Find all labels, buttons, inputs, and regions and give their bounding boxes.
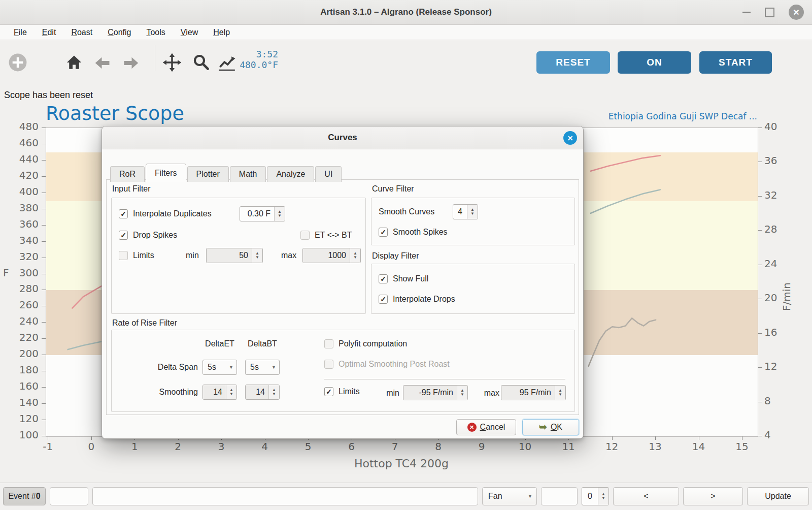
ror-max-label: max xyxy=(478,389,499,398)
tick-label: 11 xyxy=(556,440,581,453)
tick-mark xyxy=(758,299,762,299)
menu-view[interactable]: View xyxy=(173,25,206,40)
pan-button[interactable] xyxy=(162,53,182,72)
prev-event-button[interactable]: < xyxy=(613,487,679,505)
dialog-close-icon[interactable]: ✕ xyxy=(563,131,577,145)
home-button[interactable] xyxy=(65,53,83,72)
tab-math[interactable]: Math xyxy=(230,166,266,182)
spin-arrows-icon[interactable]: ▲▼ xyxy=(457,386,467,400)
input-max-spinner[interactable]: 1000 ▲▼ xyxy=(302,248,361,263)
event-extra-input[interactable] xyxy=(541,487,578,505)
tick-label: 3 xyxy=(209,440,234,453)
minimize-icon[interactable] xyxy=(742,12,751,13)
event-button[interactable]: Event #0 xyxy=(3,487,46,505)
duplicates-gap-spinner[interactable]: 0.30 F ▲▼ xyxy=(240,206,285,221)
delta-span-bt-combo[interactable]: 5s ▼ xyxy=(245,360,280,375)
menu-bar: FileEditRoastConfigToolsViewHelp xyxy=(0,25,812,40)
display-filter-group: ✓ Show Full ✓ Interpolate Drops xyxy=(371,264,575,314)
spin-arrows-icon[interactable]: ▲▼ xyxy=(467,205,478,219)
smooth-curves-label: Smooth Curves xyxy=(379,207,434,216)
delta-span-et-combo[interactable]: 5s ▼ xyxy=(202,360,237,375)
back-button[interactable] xyxy=(93,54,112,72)
curve-filter-group: Smooth Curves 4 ▲▼ ✓ Smooth Spikes xyxy=(371,198,575,245)
chart-title: Roaster Scope xyxy=(46,102,184,124)
tick-mark xyxy=(42,436,46,436)
menu-tools[interactable]: Tools xyxy=(139,25,173,40)
tick-label: 140 xyxy=(0,396,39,408)
tick-label: 12 xyxy=(764,360,795,372)
next-event-button[interactable]: > xyxy=(683,487,743,505)
update-button[interactable]: Update xyxy=(747,487,809,505)
ror-min-spinner[interactable]: -95 F/min ▲▼ xyxy=(403,385,468,400)
maximize-icon[interactable] xyxy=(765,8,774,17)
spin-arrows-icon[interactable]: ▲▼ xyxy=(226,385,236,399)
event-value-input[interactable] xyxy=(50,487,88,505)
zoom-button[interactable] xyxy=(192,53,210,71)
smoothing-bt-spinner[interactable]: 14 ▲▼ xyxy=(245,385,280,400)
tick-label: 5 xyxy=(295,440,321,453)
input-limits-checkbox[interactable] xyxy=(119,251,128,260)
smoothing-label: Smoothing xyxy=(132,388,198,397)
menu-file[interactable]: File xyxy=(6,25,35,40)
window-close-icon[interactable]: ✕ xyxy=(789,5,804,20)
tick-label: 380 xyxy=(0,202,39,214)
tick-mark xyxy=(758,196,762,197)
menu-help[interactable]: Help xyxy=(206,25,238,40)
spin-arrows-icon[interactable]: ▲▼ xyxy=(274,207,285,221)
display-filter-title: Display Filter xyxy=(372,251,419,261)
spin-arrows-icon[interactable]: ▲▼ xyxy=(350,248,360,263)
event-type-combo[interactable]: Fan ▼ xyxy=(482,487,537,505)
smoothing-et-spinner[interactable]: 14 ▲▼ xyxy=(202,385,237,400)
spin-arrows-icon[interactable]: ▲▼ xyxy=(252,248,262,263)
add-button[interactable] xyxy=(8,53,27,72)
polyfit-checkbox[interactable] xyxy=(324,339,333,348)
event-value-spinner[interactable]: 0 ▲▼ xyxy=(582,487,609,505)
menu-edit[interactable]: Edit xyxy=(35,25,64,40)
status-message: Scope has been reset xyxy=(4,90,93,101)
menu-config[interactable]: Config xyxy=(100,25,139,40)
tick-mark xyxy=(655,436,656,440)
ok-button[interactable]: ➥ OK xyxy=(522,419,579,435)
smooth-spikes-checkbox[interactable]: ✓ xyxy=(379,228,388,237)
tick-label: 280 xyxy=(0,282,39,295)
tab-ror[interactable]: RoR xyxy=(110,166,145,182)
ok-label: OK xyxy=(551,423,562,432)
tab-filters[interactable]: Filters xyxy=(146,164,186,182)
tick-label: 220 xyxy=(0,331,39,343)
menu-roast[interactable]: Roast xyxy=(63,25,100,40)
spin-arrows-icon[interactable]: ▲▼ xyxy=(555,386,565,400)
ror-max-spinner[interactable]: 95 F/min ▲▼ xyxy=(501,385,566,400)
tick-label: 36 xyxy=(764,154,795,167)
ror-limits-checkbox[interactable]: ✓ xyxy=(324,387,333,396)
spin-arrows-icon[interactable]: ▲▼ xyxy=(598,488,608,505)
title-bar: Artisan 3.1.0 – Algrano (Release Sponsor… xyxy=(0,0,812,25)
interpolate-duplicates-checkbox[interactable]: ✓ xyxy=(119,209,128,218)
ror-min-label: min xyxy=(377,389,399,398)
tick-mark xyxy=(42,387,46,388)
tick-label: 240 xyxy=(0,315,39,327)
on-button[interactable]: ON xyxy=(618,51,691,74)
event-description-input[interactable] xyxy=(92,487,478,505)
show-full-checkbox[interactable]: ✓ xyxy=(379,274,388,283)
input-min-spinner[interactable]: 50 ▲▼ xyxy=(206,248,263,263)
tick-label: 8 xyxy=(426,440,451,453)
tab-plotter[interactable]: Plotter xyxy=(187,166,229,182)
et-bt-swap-checkbox[interactable] xyxy=(300,231,310,240)
start-button[interactable]: START xyxy=(699,51,772,74)
forward-button[interactable] xyxy=(122,54,140,72)
tab-analyze[interactable]: Analyze xyxy=(267,166,314,182)
interpolate-drops-checkbox[interactable]: ✓ xyxy=(379,295,388,304)
drop-spikes-checkbox[interactable]: ✓ xyxy=(119,231,128,240)
window-title: Artisan 3.1.0 – Algrano (Release Sponsor… xyxy=(0,0,812,24)
tick-mark xyxy=(758,402,762,402)
spin-arrows-icon[interactable]: ▲▼ xyxy=(268,385,279,399)
smooth-curves-spinner[interactable]: 4 ▲▼ xyxy=(453,204,478,219)
tick-mark xyxy=(42,241,46,242)
delta-et-column-header: DeltaET xyxy=(202,339,237,348)
cancel-button[interactable]: ✕ Cancel xyxy=(456,419,516,435)
reset-button[interactable]: RESET xyxy=(536,51,610,74)
dialog-header[interactable]: Curves ✕ xyxy=(102,126,583,149)
tick-label: 4 xyxy=(252,440,278,453)
optimal-smoothing-checkbox[interactable] xyxy=(324,360,333,369)
tab-ui[interactable]: UI xyxy=(315,166,342,182)
